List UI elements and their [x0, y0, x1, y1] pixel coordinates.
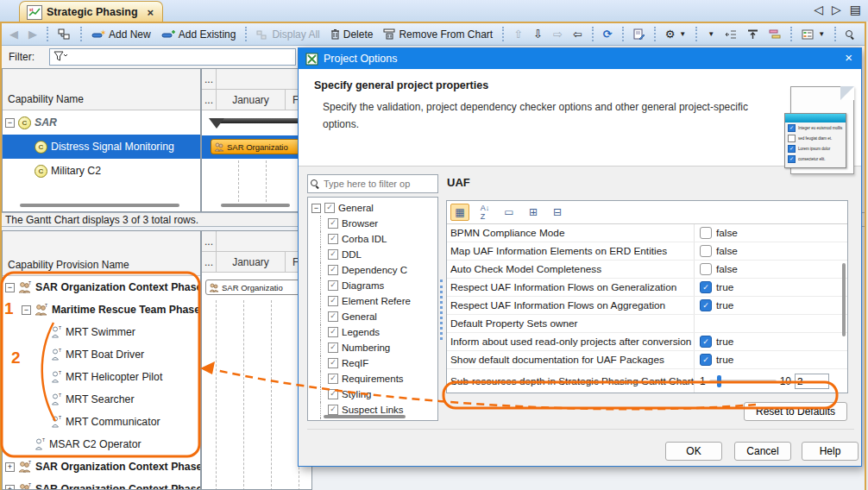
value-checkbox[interactable]: ✓ — [700, 227, 712, 239]
property-row[interactable]: Respect UAF Information Flows on General… — [447, 279, 847, 297]
property-row[interactable]: Auto Check Model Completeness ✓ false — [447, 261, 847, 279]
checkbox-icon[interactable]: ✓ — [328, 280, 338, 291]
tab-close-icon[interactable]: × — [148, 6, 154, 19]
options-tree-item[interactable]: ✓ DDL — [320, 247, 437, 262]
tab-strategic-phasing[interactable]: st Strategic Phasing × — [19, 1, 163, 22]
checkbox-icon[interactable]: ✓ — [328, 265, 338, 275]
expander-icon[interactable]: − — [5, 118, 15, 128]
property-row[interactable]: Map UAF Information Elements on ERD Enti… — [447, 242, 847, 261]
gantt-bar-sar-organization[interactable]: SAR Organizatio — [205, 280, 312, 295]
back-button[interactable]: ◀ — [5, 27, 22, 41]
horizontal-scrollbar[interactable] — [324, 415, 406, 418]
slider-handle[interactable] — [717, 375, 721, 387]
checkbox-icon[interactable]: ✓ — [324, 203, 335, 213]
checkbox-icon[interactable]: ✓ — [328, 420, 338, 421]
move-left-button[interactable]: ⇦ — [569, 27, 587, 41]
options-tree-item[interactable]: ✓ Dependency C — [320, 262, 437, 278]
filter-input[interactable] — [49, 48, 296, 66]
property-row[interactable]: Default Property Sets owner ✓ — [447, 315, 847, 333]
checkbox-icon[interactable]: ✓ — [328, 249, 338, 260]
options-tree-item[interactable]: ✓ Numbering — [320, 340, 437, 355]
ok-button[interactable]: OK — [665, 442, 722, 461]
options-gear-button[interactable]: ⚙▼ — [661, 27, 691, 41]
scroll-tabs-right-icon[interactable]: ▷ — [832, 3, 841, 16]
options-tree-item[interactable]: ✓ Styling — [320, 386, 437, 402]
provision-row[interactable]: T T MSAR C2 Operator — [3, 433, 200, 455]
add-new-button[interactable]: ✶ Add New — [87, 27, 155, 42]
horizontal-scrollbar[interactable] — [20, 204, 179, 207]
horizontal-scrollbar[interactable] — [221, 204, 290, 207]
checkbox-icon[interactable]: ✓ — [328, 234, 338, 244]
add-existing-button[interactable]: Add Existing — [157, 27, 241, 42]
cancel-button[interactable]: Cancel — [734, 442, 791, 461]
timeline-marker[interactable] — [209, 118, 224, 129]
property-row[interactable]: Inform about used read-only projects aft… — [447, 333, 847, 351]
options-tree-root[interactable]: − ✓ General — [311, 200, 437, 216]
expand-all-icon[interactable]: ⊞ — [525, 204, 542, 220]
collapse-to-top-button[interactable] — [743, 28, 763, 41]
options-tree-item[interactable]: ✓ Requirements — [320, 371, 437, 386]
capability-row[interactable]: Military C2 — [3, 159, 200, 183]
expander-icon[interactable]: + — [5, 462, 15, 472]
forward-button[interactable]: ▶ — [24, 27, 41, 41]
provision-row[interactable]: − T T Maritime Rescue Team Phase 1 — [3, 298, 200, 321]
more-actions-button[interactable]: ▼ — [702, 28, 719, 40]
options-tree-item[interactable]: ✓ Legends — [320, 324, 437, 340]
provision-row[interactable]: + T T SAR Organization Context Phase 2 — [3, 455, 200, 478]
edit-properties-button[interactable] — [629, 27, 649, 41]
remove-from-chart-button[interactable]: Remove From Chart — [379, 27, 497, 42]
refresh-button[interactable]: ⟳ — [599, 27, 617, 41]
capability-row[interactable]: Distress Signal Monitoring — [3, 135, 200, 159]
sort-alphabetically-icon[interactable]: A↓Z — [476, 204, 494, 220]
sub-resources-depth-row[interactable]: Sub-resources depth in Strategic Phasing… — [447, 369, 847, 393]
checkbox-icon[interactable]: ✓ — [328, 389, 338, 399]
checkbox-icon[interactable]: ✓ — [328, 342, 338, 353]
provision-row[interactable]: T T MRT Helicopter Pilot — [3, 366, 200, 388]
value-checkbox[interactable]: ✓ — [700, 245, 712, 257]
move-down-button[interactable]: ⇩ — [529, 27, 547, 41]
display-all-button[interactable]: Display All — [252, 27, 324, 42]
options-search[interactable] — [307, 174, 438, 193]
provision-row[interactable]: T T MRT Searcher — [3, 388, 200, 411]
expander-icon[interactable]: − — [22, 305, 31, 315]
provision-row[interactable]: T T MRT Communicator — [3, 411, 200, 433]
value-checkbox[interactable]: ✓ — [700, 263, 712, 275]
options-tree-item[interactable]: ✓ ReqIF — [320, 355, 437, 371]
checkbox-icon[interactable]: ✓ — [328, 218, 338, 229]
provision-row[interactable]: + T T SAR Organization Context Phase 3 — [3, 478, 200, 490]
show-in-structure-button[interactable] — [53, 27, 75, 42]
capability-row[interactable]: − SAR — [3, 110, 200, 135]
move-up-button[interactable]: ⇧ — [509, 27, 527, 41]
checkbox-icon[interactable]: ✓ — [328, 311, 338, 322]
value-checkbox[interactable]: ✓ — [700, 354, 712, 366]
value-checkbox[interactable]: ✓ — [700, 336, 712, 348]
value-checkbox[interactable]: ✓ — [700, 299, 712, 311]
reset-to-defaults-button[interactable]: Reset to Defaults — [744, 402, 847, 421]
show-description-icon[interactable]: ▭ — [500, 204, 518, 220]
legend-button[interactable]: ▼ — [797, 28, 829, 41]
property-row[interactable]: Respect UAF Information Flows on Aggrega… — [447, 297, 847, 315]
property-row[interactable]: BPMN Compliance Mode ✓ false — [447, 224, 847, 242]
expander-icon[interactable]: − — [5, 283, 15, 292]
move-right-button[interactable]: ⇨ — [549, 27, 567, 41]
options-tree-item[interactable]: ✓ General — [320, 309, 437, 324]
group-rows-button[interactable] — [764, 28, 785, 41]
options-tree-item[interactable]: ✓ Corba IDL — [320, 231, 437, 247]
checkbox-icon[interactable]: ✓ — [328, 296, 338, 306]
checkbox-icon[interactable]: ✓ — [328, 327, 338, 337]
provision-row[interactable]: T T MRT Swimmer — [3, 321, 200, 343]
value-checkbox[interactable]: ✓ — [700, 281, 712, 293]
vertical-scrollbar[interactable] — [842, 263, 846, 336]
panel-splitter[interactable] — [440, 280, 443, 340]
outdent-button[interactable] — [720, 28, 741, 41]
depth-value-input[interactable] — [795, 374, 829, 389]
options-filter-input[interactable] — [322, 178, 420, 190]
provision-row[interactable]: − T T SAR Organization Context Phase 1 — [3, 276, 200, 298]
expander-icon[interactable]: + — [5, 485, 15, 490]
tab-list-icon[interactable]: ▤ — [850, 3, 861, 16]
checkbox-icon[interactable]: ✓ — [328, 374, 338, 384]
close-icon[interactable]: × — [845, 50, 852, 65]
scroll-tabs-left-icon[interactable]: ◁ — [814, 3, 823, 16]
checkbox-icon[interactable]: ✓ — [328, 358, 338, 368]
provision-row[interactable]: T T MRT Boat Driver — [3, 343, 200, 366]
